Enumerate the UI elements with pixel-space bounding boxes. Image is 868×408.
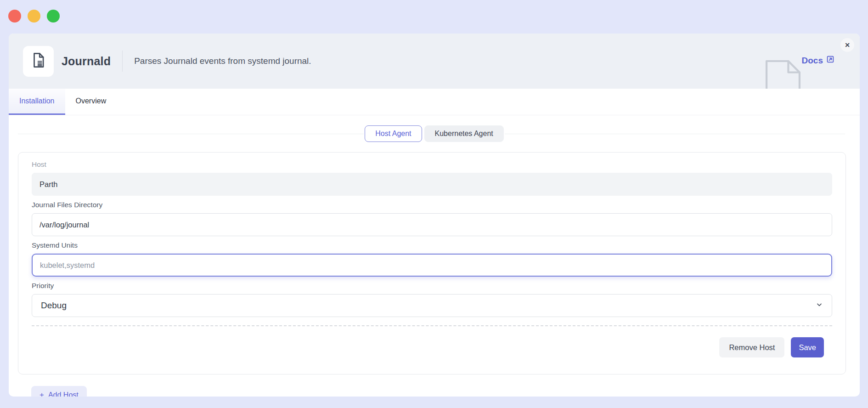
document-icon — [30, 51, 47, 71]
page-title: Journald — [62, 55, 111, 68]
docs-link[interactable]: Docs — [802, 55, 834, 66]
chevron-down-icon — [816, 301, 823, 310]
journal-files-directory-label: Journal Files Directory — [32, 201, 832, 209]
integration-icon-tile — [23, 46, 54, 77]
priority-selected-value: Debug — [41, 300, 67, 311]
plus-icon: + — [39, 391, 44, 397]
close-icon: ✕ — [845, 41, 850, 49]
systemd-units-input[interactable] — [32, 254, 832, 277]
systemd-units-label: Systemd Units — [32, 241, 832, 249]
add-host-label: Add Host — [48, 391, 79, 397]
journal-files-directory-input[interactable] — [32, 213, 832, 236]
host-config-card: Host Journal Files Directory Systemd Uni… — [18, 152, 846, 374]
agent-toggle-group: Host Agent Kubernetes Agent — [364, 125, 505, 142]
panel-footer: + Add Host — [9, 374, 860, 397]
window-close-dot[interactable] — [8, 10, 21, 23]
host-agent-button[interactable]: Host Agent — [365, 125, 422, 142]
window-zoom-dot[interactable] — [47, 10, 60, 23]
panel-header: Journald Parses Journald events from sys… — [9, 34, 860, 89]
header-divider — [122, 51, 123, 72]
integration-description: Parses Journald events from systemd jour… — [134, 56, 311, 66]
add-host-button[interactable]: + Add Host — [31, 386, 87, 397]
priority-select[interactable]: Debug — [32, 294, 832, 317]
kubernetes-agent-button[interactable]: Kubernetes Agent — [424, 125, 504, 142]
window-controls — [8, 10, 60, 23]
tab-overview[interactable]: Overview — [65, 89, 117, 115]
close-button[interactable]: ✕ — [840, 38, 854, 52]
priority-label: Priority — [32, 282, 832, 290]
actions-separator — [32, 325, 832, 326]
save-button[interactable]: Save — [791, 337, 824, 357]
card-actions: Remove Host Save — [32, 337, 832, 357]
remove-host-button[interactable]: Remove Host — [719, 337, 784, 357]
external-link-icon — [826, 55, 834, 66]
window-minimize-dot[interactable] — [28, 10, 40, 23]
host-input[interactable] — [32, 173, 832, 196]
host-label: Host — [32, 160, 832, 169]
agent-toggle-row: Host Agent Kubernetes Agent — [9, 125, 860, 142]
journald-integration-panel: Journald Parses Journald events from sys… — [9, 34, 860, 397]
document-watermark-icon — [761, 58, 806, 89]
tab-bar: Installation Overview — [9, 89, 860, 115]
tab-installation[interactable]: Installation — [9, 89, 65, 115]
docs-link-label: Docs — [802, 56, 823, 66]
